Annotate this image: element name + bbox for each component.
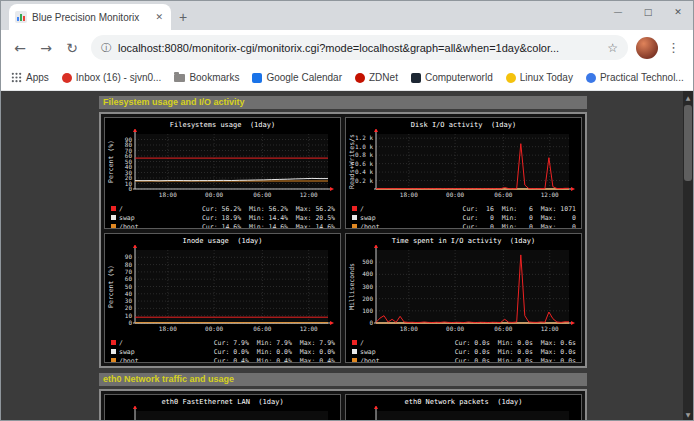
x-tick-label: 06:00 bbox=[494, 325, 512, 332]
legend-row: /bootCur: 14.6% Min: 14.6% Max: 14.6% bbox=[111, 222, 335, 229]
bookmark-linux-today[interactable]: Linux Today bbox=[506, 72, 573, 83]
x-tick-label: 06:00 bbox=[253, 191, 271, 198]
x-tick-label: 00:00 bbox=[205, 325, 223, 332]
folder-icon bbox=[174, 74, 185, 82]
bookmark-label: Bookmarks bbox=[189, 72, 239, 83]
new-tab-button[interactable]: + bbox=[171, 5, 195, 29]
legend-swatch bbox=[111, 358, 116, 363]
y-axis-arrow-icon bbox=[133, 245, 137, 248]
browser-tab[interactable]: Blue Precision Monitorix ✕ bbox=[9, 4, 171, 30]
y-axis-arrow-icon bbox=[374, 406, 378, 409]
graph-title: Time spent in I/O activity (1day) bbox=[346, 234, 581, 245]
legend-name: / bbox=[119, 339, 153, 347]
url-text[interactable]: localhost:8080/monitorix-cgi/monitorix.c… bbox=[118, 42, 600, 54]
x-tick-label: 00:00 bbox=[205, 191, 223, 198]
legend-swatch bbox=[111, 224, 116, 229]
page-info-icon[interactable]: ⓘ bbox=[101, 41, 111, 55]
y-tick-label: 1.2 k bbox=[355, 134, 373, 141]
monitorix-favicon bbox=[15, 11, 27, 23]
scroll-down-icon[interactable]: ▼ bbox=[683, 408, 693, 420]
page-viewport: Filesystem usage and I/O activity Filesy… bbox=[1, 91, 693, 420]
scrollbar-thumb[interactable] bbox=[684, 105, 692, 181]
bookmark-label: Inbox (16) - sjvn0... bbox=[76, 72, 162, 83]
tab-close-icon[interactable]: ✕ bbox=[153, 12, 165, 22]
bookmark-star-icon[interactable]: ☆ bbox=[607, 41, 618, 55]
graph-plot: 0.2 k0.4 k0.6 k0.8 k1.0 k1.2 k18:0000:00… bbox=[346, 129, 581, 199]
apps-shortcut[interactable]: Apps bbox=[11, 72, 49, 83]
legend-row: /Cur: 0.0s Min: 0.0s Max: 0.6s bbox=[352, 338, 576, 347]
y-axis-arrow-icon bbox=[374, 245, 378, 248]
maximize-button[interactable]: □ bbox=[633, 1, 663, 23]
bookmark-zdnet[interactable]: ZDNet bbox=[355, 72, 398, 83]
x-tick-label: 12:00 bbox=[300, 191, 318, 198]
x-axis-arrow-icon bbox=[571, 187, 575, 191]
x-tick-label: 00:00 bbox=[446, 325, 464, 332]
graph-plot: 1.0 bbox=[346, 406, 581, 420]
legend-row: /bootCur: 0.4% Min: 0.4% Max: 0.4% bbox=[111, 356, 335, 363]
legend-name: / bbox=[119, 205, 153, 213]
x-tick-label: 12:00 bbox=[300, 325, 318, 332]
legend-name: swap bbox=[360, 348, 394, 356]
graph-disk-io-activity[interactable]: Disk I/O activity (1day)0.2 k0.4 k0.6 k0… bbox=[345, 117, 582, 229]
legend-row: /Cur: 7.9% Min: 7.9% Max: 7.9% bbox=[111, 338, 335, 347]
legend-name: /boot bbox=[360, 357, 394, 364]
legend-row: swapCur: 18.9% Min: 14.4% Max: 20.5% bbox=[111, 213, 335, 222]
y-tick-label: 0.6 k bbox=[355, 160, 373, 167]
graph-plot: 010203040506070809018:0000:0006:0012:00P… bbox=[105, 245, 340, 333]
bookmark-google-calendar[interactable]: Google Calendar bbox=[252, 72, 342, 83]
reload-icon[interactable]: ↻ bbox=[61, 40, 83, 56]
legend-name: /boot bbox=[119, 357, 153, 364]
legend-row: /bootCur: 0.0s Min: 0.0s Max: 0.0s bbox=[352, 356, 576, 363]
address-bar[interactable]: ⓘ localhost:8080/monitorix-cgi/monitorix… bbox=[91, 35, 628, 60]
graph-eth0-traffic[interactable]: eth0 FastEthernet LAN (1day)1.0 bbox=[104, 394, 341, 420]
browser-toolbar: ← → ↻ ⓘ localhost:8080/monitorix-cgi/mon… bbox=[1, 30, 693, 65]
legend-stats: Cur: 0.0s Min: 0.0s Max: 0.6s bbox=[455, 339, 576, 347]
plot-area bbox=[376, 411, 569, 420]
graph-title: Filesystems usage (1day) bbox=[105, 118, 340, 129]
graph-legend: /Cur: 7.9% Min: 7.9% Max: 7.9%swapCur: 0… bbox=[105, 337, 340, 363]
y-tick-label: 0 bbox=[128, 319, 132, 326]
graph-eth0-packets[interactable]: eth0 Network packets (1day)1.0 bbox=[345, 394, 582, 420]
legend-stats: Cur: 0.4% Min: 0.4% Max: 0.4% bbox=[214, 357, 335, 364]
legend-swatch bbox=[111, 349, 116, 354]
back-icon[interactable]: ← bbox=[9, 40, 31, 56]
y-tick-label: 10 bbox=[125, 312, 133, 319]
legend-name: swap bbox=[119, 348, 153, 356]
graph-time-spent-io[interactable]: Time spent in I/O activity (1day)0100200… bbox=[345, 233, 582, 363]
graph-filesystems-usage[interactable]: Filesystems usage (1day)0102030405060708… bbox=[104, 117, 341, 229]
legend-row: /bootCur: 0 Min: 0 Max: 0 bbox=[352, 222, 576, 229]
scroll-up-icon[interactable]: ▲ bbox=[683, 91, 693, 103]
legend-name: /boot bbox=[360, 223, 394, 230]
legend-stats: Cur: 0.0s Min: 0.0s Max: 0.0s bbox=[455, 357, 576, 364]
window-close-button[interactable]: ✕ bbox=[663, 1, 693, 23]
y-tick-label: 200 bbox=[362, 295, 373, 302]
y-tick-label: 50 bbox=[125, 283, 133, 290]
y-tick-label: 60 bbox=[125, 275, 133, 282]
section-header-network: eth0 Network traffic and usage bbox=[99, 373, 587, 386]
legend-swatch bbox=[111, 340, 116, 345]
page-scrollbar[interactable]: ▲ ▼ bbox=[683, 91, 693, 420]
legend-stats: Cur: 7.9% Min: 7.9% Max: 7.9% bbox=[214, 339, 335, 347]
minimize-button[interactable]: — bbox=[603, 1, 633, 23]
forward-icon[interactable]: → bbox=[35, 40, 57, 56]
legend-stats: Cur: 14.6% Min: 14.6% Max: 14.6% bbox=[202, 223, 335, 230]
browser-window: Blue Precision Monitorix ✕ + — □ ✕ ← → ↻… bbox=[0, 0, 694, 421]
legend-swatch bbox=[352, 215, 357, 220]
filesystem-graph-grid: Filesystems usage (1day)0102030405060708… bbox=[99, 112, 587, 368]
graph-title: Inode usage (1day) bbox=[105, 234, 340, 245]
legend-stats: Cur: 0 Min: 0 Max: 0 bbox=[463, 214, 577, 222]
bookmark-bookmarks-folder[interactable]: Bookmarks bbox=[174, 72, 239, 83]
profile-avatar[interactable] bbox=[636, 37, 658, 59]
bookmark-computerworld[interactable]: Computerworld bbox=[411, 72, 493, 83]
legend-swatch bbox=[111, 215, 116, 220]
y-tick-label: 1.0 k bbox=[355, 143, 373, 150]
y-axis-arrow-icon bbox=[374, 129, 378, 132]
bookmark-inbox[interactable]: Inbox (16) - sjvn0... bbox=[62, 72, 162, 83]
plot-area bbox=[135, 411, 328, 420]
window-controls: — □ ✕ bbox=[603, 1, 693, 23]
legend-row: swapCur: 0.0s Min: 0.0s Max: 0.0s bbox=[352, 347, 576, 356]
graph-inode-usage[interactable]: Inode usage (1day)010203040506070809018:… bbox=[104, 233, 341, 363]
bookmark-practical-technology[interactable]: Practical Technol... bbox=[586, 72, 684, 83]
x-tick-label: 18:00 bbox=[159, 325, 177, 332]
chrome-menu-icon[interactable]: ⋮ bbox=[662, 40, 685, 55]
